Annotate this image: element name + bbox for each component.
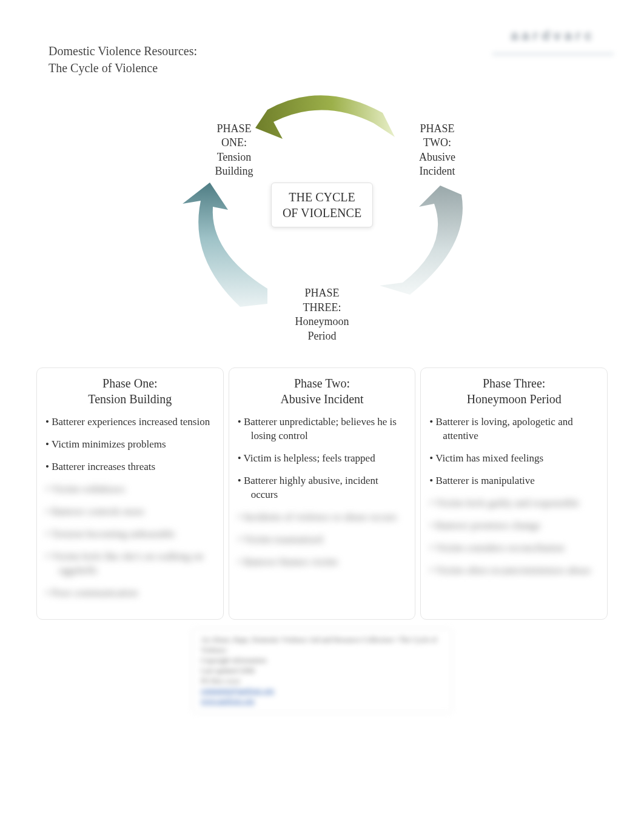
page-title: Domestic Violence Resources: The Cycle o…: [30, 18, 197, 76]
list-item: Poor communication: [45, 586, 215, 600]
list-item: Batterer promises change: [429, 519, 599, 533]
title-line-2: The Cycle of Violence: [49, 59, 197, 76]
cycle-diagram: PHASE ONE: Tension Building PHASE TWO: A…: [110, 89, 534, 355]
column-phase-one: Phase One: Tension Building Batterer exp…: [36, 367, 224, 620]
footer-line: An Abuse, Rape, Domestic Violence Aid an…: [201, 635, 443, 656]
list-item: Victim withdraws: [45, 483, 215, 497]
list-item: Victim often recants/minimizes abuse: [429, 564, 599, 578]
logo: aardvarc: [492, 18, 614, 55]
column-phase-two: Phase Two: Abusive Incident Batterer unp…: [229, 367, 416, 620]
title-line-1: Domestic Violence Resources:: [49, 42, 197, 59]
list-item: Victim feels guilty and responsible: [429, 497, 599, 511]
phase-columns: Phase One: Tension Building Batterer exp…: [30, 367, 614, 620]
list-item: Victim feels like she's on walking on eg…: [45, 550, 215, 578]
list-item: Batterer unpredictable; believes he is l…: [238, 415, 407, 443]
phase-one-label: PHASE ONE: Tension Building: [198, 122, 270, 179]
list-item: Victim is helpless; feels trapped: [238, 452, 407, 466]
list-item: Batterer highly abusive, incident occurs: [238, 474, 407, 502]
phase-two-label: PHASE TWO: Abusive Incident: [401, 122, 474, 179]
list-item: Victim has mixed feelings: [429, 452, 599, 466]
column-title: Phase Two: Abusive Incident: [238, 375, 407, 407]
list-item: Batterer experiences increased tension: [45, 415, 215, 429]
list-item: Batterer is manipulative: [429, 474, 599, 488]
footer-line: PO Box xxxx: [201, 676, 443, 686]
footer-line: Last updated 2008: [201, 666, 443, 676]
list-item: Victim minimizes problems: [45, 438, 215, 452]
phase-three-label: PHASE THREE: Honeymoon Period: [286, 286, 358, 343]
list-item: Batterer blames victim: [238, 555, 407, 569]
cycle-center-title: THE CYCLE OF VIOLENCE: [271, 183, 373, 227]
list-item: Incidents of violence or abuse occurs: [238, 511, 407, 525]
list-item: Victim considers reconciliation: [429, 542, 599, 555]
footer-attribution: An Abuse, Rape, Domestic Violence Aid an…: [192, 628, 452, 713]
list-item: Victim traumatized: [238, 533, 407, 547]
footer-line: Copyright information: [201, 656, 443, 666]
column-title: Phase One: Tension Building: [45, 375, 215, 407]
arrow-phase2-to-phase3: [367, 179, 477, 307]
column-title: Phase Three: Honeymoon Period: [429, 375, 599, 407]
list-item: Batterer controls more: [45, 505, 215, 519]
list-item: Tension becoming unbearable: [45, 528, 215, 542]
list-item: Batterer increases threats: [45, 460, 215, 474]
column-phase-three: Phase Three: Honeymoon Period Batterer i…: [420, 367, 608, 620]
list-item: Batterer is loving, apologetic and atten…: [429, 415, 599, 443]
footer-email: comments@aardvarc.org: [201, 686, 443, 696]
footer-url: www.aardvarc.org: [201, 696, 443, 706]
